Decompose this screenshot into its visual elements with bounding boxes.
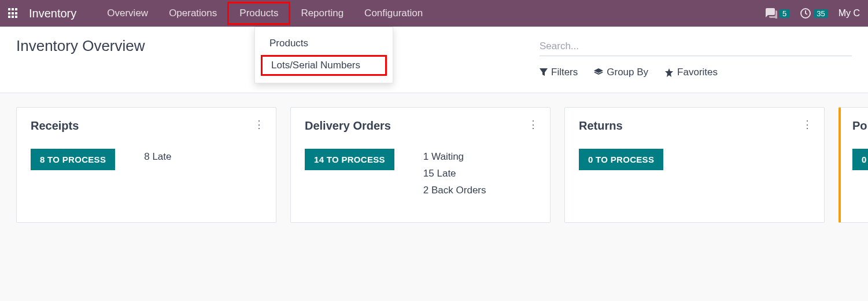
activities-button[interactable]: 35 [800, 8, 828, 19]
favorites-button[interactable]: Favorites [664, 67, 718, 78]
card-delivery-orders: Delivery Orders ⋮ 14 TO PROCESS 1 Waitin… [290, 107, 551, 223]
apps-icon[interactable] [8, 8, 19, 19]
activities-badge: 35 [814, 9, 828, 18]
groupby-button[interactable]: Group By [594, 67, 648, 78]
stat-line[interactable]: 2 Back Orders [423, 182, 486, 199]
card-menu-icon[interactable]: ⋮ [528, 118, 538, 131]
funnel-icon [540, 68, 548, 76]
card-partial: Po 0 [839, 107, 868, 223]
process-button[interactable]: 8 TO PROCESS [31, 149, 115, 170]
star-icon [664, 68, 674, 77]
card-stats: 1 Waiting 15 Late 2 Back Orders [423, 149, 486, 199]
dropdown-products[interactable]: Products [255, 33, 393, 54]
card-stats: 8 Late [144, 149, 171, 170]
clock-icon [800, 8, 811, 19]
top-navbar: Inventory Overview Operations Products R… [0, 0, 868, 27]
card-menu-icon[interactable]: ⋮ [802, 118, 812, 131]
nav-reporting[interactable]: Reporting [290, 2, 354, 25]
products-dropdown: Products Lots/Serial Numbers [254, 27, 393, 83]
card-returns: Returns ⋮ 0 TO PROCESS [564, 107, 825, 223]
card-title[interactable]: Delivery Orders [305, 119, 536, 133]
card-menu-icon[interactable]: ⋮ [254, 118, 264, 131]
control-panel: Inventory Overview Filters Group By Favo… [0, 27, 868, 93]
nav-operations[interactable]: Operations [158, 2, 227, 25]
layers-icon [594, 68, 603, 76]
filters-label: Filters [551, 67, 578, 78]
stat-line[interactable]: 8 Late [144, 149, 171, 166]
card-title[interactable]: Po [852, 119, 868, 133]
dropdown-lots-serial[interactable]: Lots/Serial Numbers [261, 55, 387, 76]
nav-products[interactable]: Products [227, 2, 290, 25]
card-title[interactable]: Returns [579, 119, 810, 133]
process-button[interactable]: 0 [852, 149, 868, 170]
stat-line[interactable]: 1 Waiting [423, 149, 486, 166]
favorites-label: Favorites [677, 67, 718, 78]
nav-overview[interactable]: Overview [97, 2, 158, 25]
card-receipts: Receipts ⋮ 8 TO PROCESS 8 Late [16, 107, 276, 223]
process-button[interactable]: 0 TO PROCESS [579, 149, 663, 170]
groupby-label: Group By [607, 67, 648, 78]
kanban-row: Receipts ⋮ 8 TO PROCESS 8 Late Delivery … [0, 93, 868, 237]
messages-badge: 5 [780, 9, 789, 18]
filters-button[interactable]: Filters [540, 67, 578, 78]
messages-icon [764, 8, 777, 19]
search-input[interactable] [540, 37, 852, 56]
search-area: Filters Group By Favorites [540, 37, 852, 78]
user-menu[interactable]: My C [839, 8, 860, 19]
stat-line[interactable]: 15 Late [423, 166, 486, 182]
nav-configuration[interactable]: Configuration [354, 2, 433, 25]
messages-button[interactable]: 5 [764, 8, 789, 19]
card-title[interactable]: Receipts [31, 119, 262, 133]
app-title[interactable]: Inventory [29, 7, 76, 20]
process-button[interactable]: 14 TO PROCESS [305, 149, 394, 170]
